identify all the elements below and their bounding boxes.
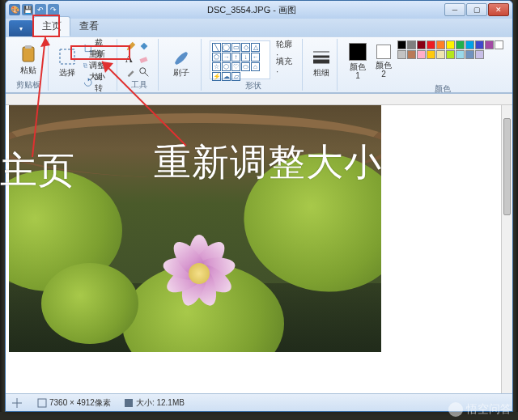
color-swatch[interactable] [397, 50, 406, 59]
ribbon-tabs: ▾ 主页 查看 [6, 19, 512, 36]
color-swatch[interactable] [475, 50, 484, 59]
crosshair-icon [12, 398, 22, 408]
file-tab[interactable]: ▾ [9, 20, 33, 36]
annotation-box-home-tab [32, 15, 60, 37]
color-swatch[interactable] [465, 40, 474, 49]
watermark: 悟空问答 [448, 402, 512, 417]
size-button[interactable]: 粗细 [311, 40, 332, 83]
minimize-button[interactable]: ─ [444, 3, 465, 16]
color-swatch[interactable] [436, 50, 445, 59]
rotate-icon [83, 77, 93, 88]
save-icon[interactable]: 💾 [22, 4, 33, 15]
svg-rect-3 [83, 64, 86, 66]
resize-icon [83, 60, 87, 71]
shape-fill[interactable]: 填充 · [272, 57, 297, 74]
size-icon [312, 47, 331, 66]
annotation-arrow-1 [24, 36, 57, 165]
maximize-button[interactable]: ▢ [466, 3, 487, 16]
color-swatch[interactable] [436, 40, 445, 49]
tab-view[interactable]: 查看 [70, 16, 108, 36]
color-swatch[interactable] [495, 40, 503, 49]
color-palette[interactable] [397, 40, 511, 59]
statusbar: 7360 × 4912像素 大小: 12.1MB [6, 393, 512, 411]
undo-icon[interactable]: ↶ [35, 4, 46, 15]
color-swatch[interactable] [475, 40, 484, 49]
annotation-arrow-2 [97, 57, 194, 154]
color-swatch[interactable] [456, 40, 465, 49]
status-position [12, 398, 24, 408]
paint-window: 🎨 💾 ↶ ↷ DSC_3554.JPG - 画图 ─ ▢ ✕ ▾ 主页 查看 … [5, 0, 513, 412]
vertical-scrollbar[interactable] [501, 105, 512, 393]
color-swatch[interactable] [417, 40, 426, 49]
watermark-icon [448, 402, 463, 417]
color-swatch[interactable] [446, 40, 455, 49]
color1-swatch [349, 43, 367, 61]
group-size: 粗细 [306, 39, 338, 91]
edit-colors-button[interactable]: 编辑颜色 [512, 40, 513, 83]
color1-button[interactable]: 颜色 1 [346, 40, 370, 83]
shape-outline[interactable]: 轮廓 · [272, 40, 297, 57]
group-shapes: ╲◯▭◇△⬠ →↑↓←☆⬡ ♡⬭⌂⚡☁▱ 轮廓 · 填充 · 形状 [205, 39, 303, 91]
status-dimensions: 7360 × 4912像素 [37, 397, 111, 409]
disk-icon [124, 398, 134, 408]
color2-swatch [376, 45, 391, 59]
color-swatch[interactable] [397, 40, 406, 49]
color-swatch[interactable] [407, 40, 416, 49]
scroll-thumb[interactable] [503, 118, 511, 215]
svg-rect-4 [85, 65, 87, 67]
svg-line-12 [102, 62, 186, 146]
ruler [6, 94, 512, 105]
color-swatch[interactable] [407, 50, 416, 59]
dimensions-icon [37, 398, 47, 408]
svg-rect-9 [125, 399, 133, 407]
svg-rect-8 [38, 399, 46, 407]
redo-icon[interactable]: ↷ [48, 4, 59, 15]
color-swatch[interactable] [446, 50, 455, 59]
color-swatch[interactable] [465, 50, 474, 59]
status-filesize: 大小: 12.1MB [124, 397, 185, 409]
shapes-gallery[interactable]: ╲◯▭◇△⬠ →↑↓←☆⬡ ♡⬭⌂⚡☁▱ [210, 40, 270, 79]
svg-marker-11 [40, 37, 50, 47]
color-swatch[interactable] [417, 50, 426, 59]
color-swatch[interactable] [427, 40, 435, 49]
svg-line-10 [32, 37, 45, 157]
app-icon: 🎨 [9, 4, 20, 15]
color-swatch[interactable] [485, 40, 494, 49]
close-button[interactable]: ✕ [488, 3, 509, 16]
color-swatch[interactable] [456, 50, 465, 59]
color-swatch[interactable] [427, 50, 435, 59]
group-colors: 颜色 1 颜色 2 编辑颜色 颜色 [341, 39, 513, 91]
fill-icon[interactable] [138, 40, 150, 52]
window-title: DSC_3554.JPG - 画图 [59, 4, 444, 16]
annotation-box-resize [70, 45, 130, 60]
color2-button[interactable]: 颜色 2 [372, 40, 396, 83]
